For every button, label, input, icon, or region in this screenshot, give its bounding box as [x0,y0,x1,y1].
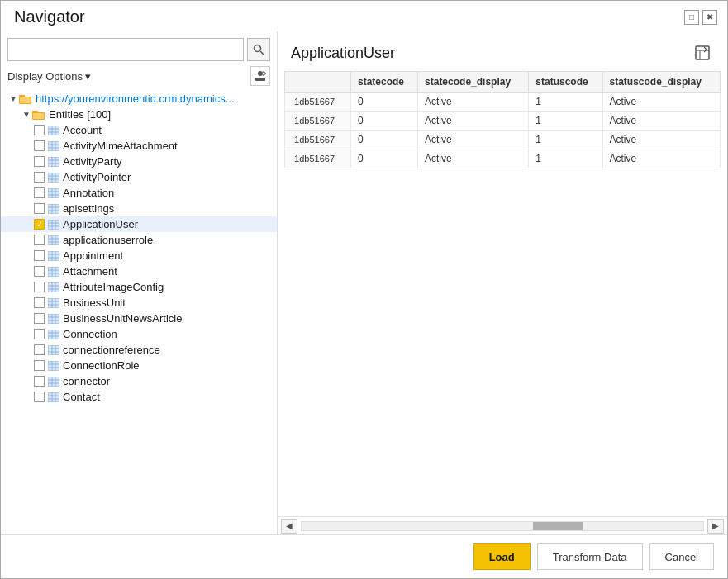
export-icon-button[interactable] [691,41,714,64]
scroll-right-button[interactable]: ▶ [707,519,724,534]
svg-rect-14 [33,113,44,119]
tree-item-connectionrole[interactable]: ConnectionRole [1,358,277,373]
table-icon [48,297,59,309]
dropdown-arrow-icon: ▾ [85,70,91,83]
export-icon [694,45,711,61]
cancel-button[interactable]: Cancel [649,543,714,570]
checkbox-businessunitnewsarticle[interactable] [34,313,45,324]
table-icon [48,250,59,262]
tree-item-applicationuserrole[interactable]: applicationuserrole [1,232,277,248]
tree-item-activityparty[interactable]: ActivityParty [1,154,277,169]
search-input[interactable] [7,38,244,61]
tree-entities-node[interactable]: ▼ Entities [100] [1,107,277,122]
tree-item-connection[interactable]: Connection [1,326,277,342]
table-row: :1db516670Active1Active [285,112,721,131]
tree-item-apisettings[interactable]: apisettings [1,201,277,216]
scroll-left-button[interactable]: ◀ [281,519,297,534]
checkbox-apisettings[interactable] [34,203,45,214]
checkbox-applicationuser[interactable]: ✓ [34,219,45,230]
tree-item-businessunitnewsarticle[interactable]: BusinessUnitNewsArticle [1,311,277,326]
table-icon [48,219,59,230]
table-icon [48,360,59,372]
svg-rect-40 [48,204,59,214]
checkbox-businessunit[interactable] [34,297,45,308]
tree-toggle-entities[interactable]: ▼ [21,109,32,121]
cell-row-id: :1db51667 [285,112,351,131]
tree-item-connectionreference[interactable]: connectionreference [1,342,277,358]
checkbox-attributeimageconfig[interactable] [34,282,45,292]
search-button[interactable] [247,38,270,61]
data-table-body: :1db516670Active1Active:1db516670Active1… [285,93,721,168]
cell-statuscode-display: Active [602,93,720,112]
checkbox-contact[interactable] [34,392,45,402]
toolbar: Display Options ▾ [1,61,277,91]
tree-container[interactable]: ▼ https://yourenvironmentid.crm.dynamics… [1,91,277,534]
svg-rect-55 [48,251,59,261]
tree-item-account[interactable]: Account [1,122,277,138]
node-label-connection: Connection [63,328,117,340]
table-icon [48,125,59,136]
col-header-id [285,72,351,93]
tree-item-businessunit[interactable]: BusinessUnit [1,295,277,311]
col-header-statuscode-display[interactable]: statuscode_display [602,72,720,93]
transform-data-button[interactable]: Transform Data [537,543,643,570]
tree-items-container: Account ActivityMimeAttachment ActivityP… [1,122,277,405]
tree-item-applicationuser[interactable]: ✓ ApplicationUser [1,216,277,232]
checkbox-connectionrole[interactable] [34,360,45,371]
load-button[interactable]: Load [473,543,531,570]
tree-item-attributeimageconfig[interactable]: AttributeImageConfig [1,279,277,295]
checkbox-applicationuserrole[interactable] [34,235,45,245]
checkbox-connection[interactable] [34,329,45,339]
checkbox-activitymimeattachment[interactable] [34,140,45,151]
cell-row-id: :1db51667 [285,93,351,112]
data-table-container[interactable]: statecode statecode_display statuscode s… [278,71,727,516]
scroll-thumb[interactable] [533,522,583,530]
scroll-track[interactable] [301,521,704,531]
table-icon [48,172,59,183]
maximize-button[interactable]: ✖ [702,10,717,25]
table-icon [48,187,59,199]
search-icon [253,44,264,55]
col-header-statecode[interactable]: statecode [351,72,418,93]
root-url-label: https://yourenvironmentid.crm.dynamics..… [36,93,235,105]
svg-rect-80 [48,330,59,339]
table-row: :1db516670Active1Active [285,93,721,112]
checkbox-connector[interactable] [34,376,45,387]
checkbox-account[interactable] [34,125,45,135]
tree-item-annotation[interactable]: Annotation [1,185,277,201]
cell-statecode: 0 [351,93,418,112]
checkbox-appointment[interactable] [34,250,45,261]
col-header-statecode-display[interactable]: statecode_display [418,72,529,93]
tree-toggle-root[interactable]: ▼ [7,93,19,105]
settings-button[interactable] [250,66,270,86]
checkbox-attachment[interactable] [34,266,45,277]
svg-rect-85 [48,345,59,355]
checkbox-activitypointer[interactable] [34,172,45,183]
table-icon [48,329,59,340]
table-icon [48,282,59,293]
tree-item-appointment[interactable]: Appointment [1,248,277,263]
tree-item-activitymimeattachment[interactable]: ActivityMimeAttachment [1,138,277,154]
node-label-activitypointer: ActivityPointer [63,171,131,183]
checkbox-annotation[interactable] [34,187,45,198]
minimize-button[interactable]: □ [684,10,699,25]
tree-item-attachment[interactable]: Attachment [1,263,277,279]
cell-row-id: :1db51667 [285,149,351,168]
svg-point-4 [262,72,265,75]
tree-item-connector[interactable]: connector [1,373,277,389]
checkbox-activityparty[interactable] [34,156,45,167]
horizontal-scrollbar[interactable]: ◀ ▶ [278,516,727,534]
col-header-statuscode[interactable]: statuscode [529,72,602,93]
table-icon [48,266,59,278]
cell-statecode-display: Active [418,149,529,168]
tree-item-contact[interactable]: Contact [1,389,277,405]
node-label-contact: Contact [63,391,100,403]
search-bar [1,31,277,61]
tree-item-activitypointer[interactable]: ActivityPointer [1,169,277,185]
node-label-activitymimeattachment: ActivityMimeAttachment [63,140,178,152]
title-bar-controls: □ ✖ [684,10,717,25]
tree-root-node[interactable]: ▼ https://yourenvironmentid.crm.dynamics… [1,91,277,107]
folder-entities-icon [32,109,45,121]
display-options-button[interactable]: Display Options ▾ [7,70,91,83]
checkbox-connectionreference[interactable] [34,344,45,355]
